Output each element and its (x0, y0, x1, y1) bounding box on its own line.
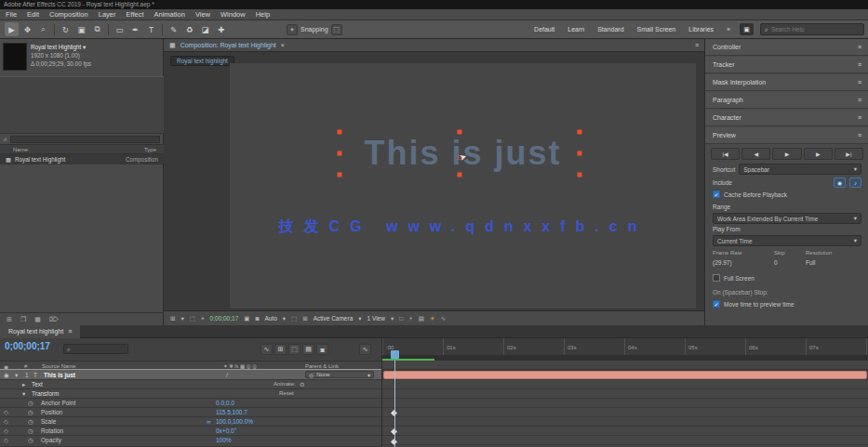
source-name-column-header[interactable]: Source Name (42, 363, 76, 369)
selection-handle[interactable] (338, 130, 342, 135)
animate-add-icon[interactable]: ⊙ (300, 381, 304, 388)
new-folder-icon[interactable]: ❒ (20, 316, 26, 323)
include-video-icon[interactable]: ◉ (834, 177, 846, 188)
expand-arrow-icon[interactable]: ▾ (22, 390, 25, 398)
exposure-icon[interactable]: ☀ (430, 315, 435, 322)
property-value[interactable]: 100% (216, 437, 232, 443)
flowchart-icon[interactable]: ∿ (441, 315, 446, 322)
include-audio-icon[interactable]: ♪ (849, 177, 861, 188)
project-col-type[interactable]: Type (144, 147, 156, 152)
panel-menu-icon[interactable]: ≡ (68, 328, 72, 335)
property-value[interactable]: 0x+0.0° (216, 427, 236, 434)
region-of-interest-icon[interactable]: ⬚ (291, 315, 297, 322)
puppet-pin-tool[interactable]: ✚ (214, 22, 228, 36)
transform-group-row[interactable]: ▾ Transform Reset (0, 389, 381, 399)
menu-file[interactable]: File (6, 10, 17, 19)
property-row-position[interactable]: ◇ ◷ Position 115.5,100.7 (0, 408, 381, 417)
project-col-name[interactable]: Name (13, 147, 28, 152)
link-dimensions-icon[interactable]: ∞ (207, 418, 211, 425)
shortcut-dropdown[interactable]: Spacebar ▾ (739, 164, 861, 175)
skip-value[interactable]: 0 (774, 259, 802, 266)
menu-edit[interactable]: Edit (27, 10, 39, 19)
clone-stamp-tool[interactable]: ♻ (182, 22, 196, 36)
property-row-scale[interactable]: ◇ ◷ Scale ∞ 100.0,100.0% (0, 417, 381, 427)
composition-tab[interactable]: Composition: Royal text Highlight (180, 42, 276, 48)
timeline-tab[interactable]: Royal text highlight ≡ (0, 325, 80, 338)
layer-switches[interactable]: / (226, 372, 228, 378)
menu-effect[interactable]: Effect (126, 10, 143, 19)
parent-link-column-header[interactable]: Parent & Link (305, 363, 339, 369)
motion-blur-icon[interactable]: ◙ (316, 344, 328, 355)
move-time-row[interactable]: ✓ Move time to preview time (705, 300, 868, 308)
layer-duration-bar[interactable] (383, 371, 867, 379)
selection-tool[interactable]: ▶ (5, 22, 19, 36)
menu-window[interactable]: Window (220, 10, 246, 19)
snap-option-icon[interactable]: ⬚ (331, 24, 342, 35)
panel-tracker[interactable]: Tracker ≡ (705, 57, 868, 73)
chevron-down-icon[interactable]: ▾ (180, 315, 183, 322)
cache-checkbox[interactable]: ✓ (713, 191, 720, 198)
keyframe-nav-icon[interactable]: ◇ (4, 427, 8, 435)
pan-behind-tool[interactable]: ⧉ (90, 22, 104, 36)
property-value[interactable]: 115.5,100.7 (216, 409, 247, 415)
fast-previews-icon[interactable]: ⚡ (408, 315, 413, 322)
frame-rate-value[interactable]: (29.97) (713, 259, 770, 266)
property-row-opacity[interactable]: ◇ ◷ Opacity 100% (0, 436, 381, 447)
help-search-input[interactable] (771, 26, 860, 33)
workspace-learn[interactable]: Learn (561, 26, 591, 33)
play-from-dropdown[interactable]: Current Time ▾ (713, 235, 861, 246)
panel-preview[interactable]: Preview ≡ (705, 127, 868, 144)
composition-viewport[interactable]: This is just ⊙ ➤ 技发CG www.qdnxxfb.cn (230, 63, 696, 309)
graph-editor-icon[interactable]: ∿ (359, 344, 371, 355)
reset-button[interactable]: Reset (279, 390, 294, 396)
timeline-button-icon[interactable]: ▤ (419, 315, 424, 322)
eye-icon[interactable]: ◉ (4, 372, 9, 379)
snapshot-icon[interactable]: ▣ (244, 315, 249, 322)
project-item-row[interactable]: ▦ Royal text Highlight Composition (0, 154, 164, 164)
full-screen-checkbox[interactable] (713, 274, 720, 282)
panel-menu-icon[interactable]: ≡ (858, 61, 861, 68)
timeline-search-input[interactable] (73, 347, 125, 352)
selection-handle[interactable] (338, 173, 342, 177)
project-comp-name[interactable]: Royal text Highlight ▾ (31, 43, 91, 51)
eraser-tool[interactable]: ◪ (198, 22, 212, 36)
workspace-default[interactable]: Default (527, 26, 561, 33)
selection-handle[interactable] (578, 151, 582, 156)
transparency-grid-icon[interactable]: ⊞ (302, 315, 307, 322)
selection-handle[interactable] (578, 173, 582, 177)
range-dropdown[interactable]: Work Area Extended By Current Time ▾ (713, 213, 861, 224)
panel-mask-interpolation[interactable]: Mask Interpolation ≡ (705, 74, 868, 91)
previous-frame-button[interactable]: ◀ (741, 148, 770, 160)
playhead-line[interactable] (394, 361, 395, 447)
parent-link-dropdown[interactable]: ◎ None ▾ (305, 371, 374, 378)
magnification-icon[interactable]: ⊞ (170, 315, 175, 322)
menu-help[interactable]: Help (256, 10, 270, 19)
keyframe-nav-icon[interactable]: ◇ (4, 437, 8, 444)
view-dropdown[interactable]: Active Camera (314, 315, 354, 322)
menu-layer[interactable]: Layer (99, 10, 116, 19)
panel-menu-icon[interactable]: ≡ (858, 44, 861, 50)
text-group-row[interactable]: ▸ Text Animate: ⊙ (0, 380, 381, 389)
selection-handle[interactable] (458, 173, 462, 177)
workspace-small-screen[interactable]: Small Screen (631, 26, 683, 33)
selection-handle[interactable] (578, 130, 582, 135)
expand-arrow-icon[interactable]: ▸ (22, 381, 25, 388)
pen-tool[interactable]: ✒ (128, 22, 142, 36)
property-row-rotation[interactable]: ◇ ◷ Rotation 0x+0.0° (0, 427, 381, 436)
menu-view[interactable]: View (195, 10, 210, 19)
brush-tool[interactable]: ✎ (167, 22, 180, 36)
selection-handle[interactable] (338, 151, 342, 156)
panel-menu-icon[interactable]: ≡ (858, 114, 861, 121)
camera-tool[interactable]: ▣ (74, 22, 88, 36)
menu-animation[interactable]: Animation (154, 10, 185, 19)
channels-icon[interactable]: ◙ (255, 315, 259, 322)
draft-3d-icon[interactable]: ⊞ (274, 344, 287, 355)
move-time-checkbox[interactable]: ✓ (713, 300, 720, 308)
guides-icon[interactable]: ⬚ (190, 315, 195, 322)
layer-name[interactable]: This is just (44, 372, 75, 378)
workspace-overflow-button[interactable]: » (720, 26, 737, 33)
first-frame-button[interactable]: |◀ (711, 148, 740, 160)
delete-icon[interactable]: ⌦ (49, 316, 59, 323)
frame-blending-icon[interactable]: ▤ (302, 344, 314, 355)
pixel-aspect-icon[interactable]: □ (399, 315, 403, 322)
